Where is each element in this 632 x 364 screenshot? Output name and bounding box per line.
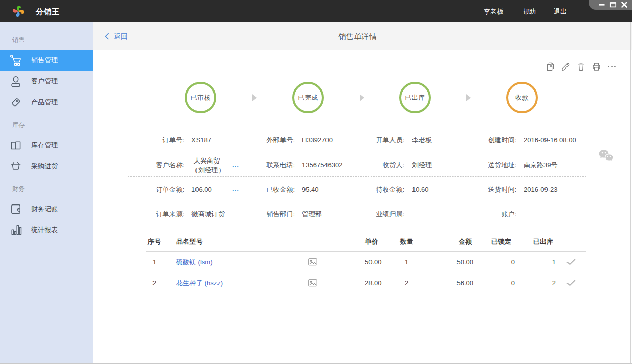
- sidebar-item-purchasing[interactable]: 采购进货: [0, 155, 93, 176]
- step-audited: 已审核: [185, 82, 216, 113]
- items-table-header: 序号 品名型号 单价 数量 金额 已锁定 已出库: [146, 226, 586, 252]
- user-menu[interactable]: 李老板: [484, 0, 504, 22]
- step-arrow-icon: [466, 94, 471, 101]
- check-icon: [566, 272, 576, 293]
- sidebar-item-sales-management[interactable]: 销售管理: [0, 50, 93, 71]
- step-payment: 收款: [506, 82, 538, 113]
- more-icon[interactable]: [606, 61, 617, 72]
- item-seq: 1: [146, 252, 162, 272]
- window-right-edge: [630, 22, 631, 363]
- item-price: 28.00: [365, 272, 382, 293]
- sidebar-item-statistics-reports[interactable]: 统计报表: [0, 219, 93, 240]
- bar-chart-icon: [9, 223, 23, 237]
- step-shipped: 已出库: [399, 82, 431, 113]
- help-link[interactable]: 帮助: [522, 0, 536, 22]
- delete-icon[interactable]: [576, 61, 586, 72]
- order-info-grid: 订单号: XS187 外部单号: H3392700 开单人员: 李老板 创建时间…: [128, 124, 586, 226]
- field-label: 开单人员:: [348, 124, 404, 152]
- item-shipped: 1: [520, 252, 556, 272]
- sidebar-item-label: 销售管理: [31, 50, 58, 71]
- field-label: 收货人:: [348, 152, 404, 176]
- order-info-row: 订单来源: 微商城订货 销售部门: 管理部 业绩归属: 账户:: [128, 201, 586, 226]
- close-icon[interactable]: [619, 0, 629, 10]
- order-info-row: 订单号: XS187 外部单号: H3392700 开单人员: 李老板 创建时间…: [128, 124, 586, 152]
- field-value: 刘经理: [412, 152, 432, 176]
- field-value: 李老板: [412, 124, 432, 152]
- basket-icon: [9, 160, 23, 173]
- sidebar-item-finance-accounting[interactable]: 财务记账: [0, 198, 93, 219]
- field-label: 待收金额:: [348, 177, 404, 201]
- wechat-icon[interactable]: [598, 149, 614, 164]
- col-header-qty: 数量: [391, 226, 422, 252]
- minimize-icon[interactable]: [597, 0, 607, 10]
- field-value: 管理部: [302, 201, 322, 226]
- sidebar-section-inventory: 库存 库存管理 采购进货: [0, 120, 93, 176]
- field-value: H3392700: [302, 124, 333, 152]
- item-amount: 56.00: [433, 272, 473, 293]
- col-header-amount: 金额: [433, 226, 473, 252]
- item-qty: 2: [391, 272, 422, 293]
- field-label: 客户名称:: [128, 152, 184, 176]
- logout-link[interactable]: 退出: [554, 0, 567, 22]
- wallet-icon: [9, 202, 23, 216]
- app-logo-pinwheel-icon: [11, 4, 26, 18]
- item-name-link[interactable]: 花生种子 (hszz): [176, 272, 223, 293]
- item-seq: 2: [146, 272, 162, 293]
- section-label-inventory: 库存: [0, 120, 93, 130]
- item-name-link[interactable]: 硫酸镁 (lsm): [176, 252, 213, 272]
- image-icon[interactable]: [308, 272, 317, 293]
- book-icon: [9, 139, 23, 152]
- page-title: 销售单详情: [93, 22, 623, 50]
- field-value: XS187: [191, 124, 211, 152]
- check-icon: [566, 252, 576, 272]
- item-shipped: 2: [520, 272, 556, 293]
- section-label-finance: 财务: [0, 184, 93, 194]
- sidebar-item-label: 客户管理: [31, 71, 58, 92]
- field-label: 外部单号:: [238, 124, 295, 152]
- sidebar-item-label: 采购进货: [31, 155, 58, 176]
- title-bar: 分销王 李老板 帮助 退出: [0, 0, 632, 22]
- maximize-icon[interactable]: [608, 0, 618, 10]
- edit-icon[interactable]: [560, 61, 571, 72]
- sidebar-item-label: 财务记账: [31, 198, 58, 219]
- sidebar: 销售 销售管理 客户管理 产品管理 库存: [0, 22, 93, 363]
- step-arrow-icon: [360, 94, 364, 101]
- field-label: 订单来源:: [128, 201, 184, 226]
- item-row: 2 花生种子 (hszz) 28.00 2 56.00 0 2: [146, 272, 586, 293]
- toolbar: [545, 61, 617, 72]
- field-value: 2016-09-16 08:00: [524, 124, 576, 152]
- field-label: 送货时间:: [460, 177, 516, 201]
- step-arrow-icon: [252, 94, 257, 101]
- field-label: 销售部门:: [238, 201, 295, 226]
- field-value: 微商城订货: [191, 201, 225, 226]
- print-icon[interactable]: [591, 61, 601, 72]
- customer-name-value: 大兴商贸（刘经理）: [191, 156, 222, 175]
- section-label-sales: 销售: [0, 35, 93, 45]
- image-icon[interactable]: [308, 252, 317, 272]
- item-locked: 0: [479, 252, 515, 272]
- order-info-row: 订单金额: 106.00 ... 已收金额: 95.40 待收金额: 10.60…: [128, 177, 586, 201]
- field-label: 订单号:: [128, 124, 184, 152]
- field-label: 创建时间:: [460, 124, 516, 152]
- col-header-shipped: 已出库: [520, 226, 556, 252]
- step-completed: 已完成: [292, 82, 324, 113]
- field-value: 10.60: [412, 177, 429, 201]
- sidebar-item-label: 库存管理: [31, 134, 58, 155]
- copy-icon[interactable]: [545, 61, 555, 72]
- field-value: 南京路39号: [524, 152, 557, 176]
- field-label: 业绩归属:: [348, 201, 404, 226]
- order-detail-panel: 已审核 已完成 已出库 收款 订单号: XS187 外部单号: H3392700…: [93, 50, 632, 363]
- tag-icon: [9, 96, 23, 109]
- item-locked: 0: [479, 272, 515, 293]
- sidebar-item-product-management[interactable]: 产品管理: [0, 92, 93, 112]
- sidebar-item-label: 产品管理: [31, 92, 58, 112]
- field-value: 13567546302: [302, 152, 343, 176]
- col-header-price: 单价: [365, 226, 378, 252]
- sidebar-item-inventory-management[interactable]: 库存管理: [0, 134, 93, 155]
- item-price: 50.00: [365, 252, 382, 272]
- sidebar-section-sales: 销售 销售管理 客户管理 产品管理: [0, 35, 93, 112]
- col-header-locked: 已锁定: [479, 226, 515, 252]
- sidebar-item-customer-management[interactable]: 客户管理: [0, 71, 93, 92]
- sidebar-item-label: 统计报表: [31, 219, 58, 240]
- field-label: 账户:: [460, 201, 516, 226]
